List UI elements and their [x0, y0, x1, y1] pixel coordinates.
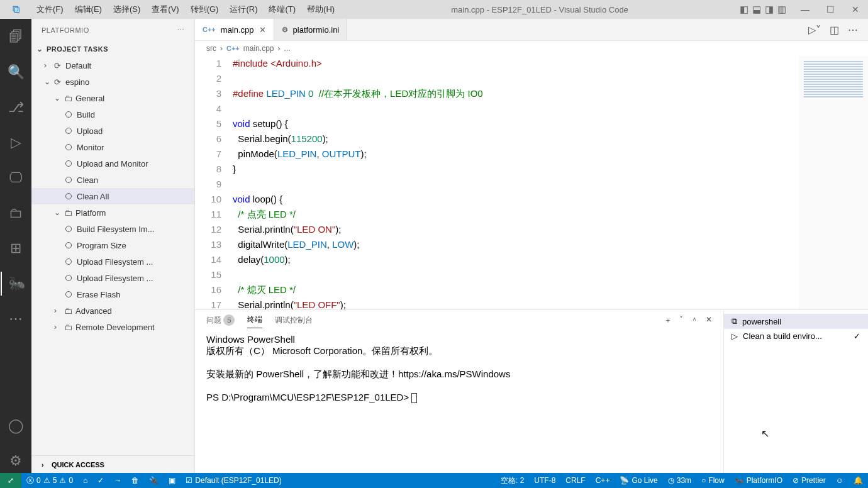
status-bell-icon[interactable]: 🔔	[849, 473, 868, 488]
status-golive[interactable]: 📡 Go Live	[615, 473, 662, 488]
tree-item[interactable]: ⌄🗀Platform	[31, 204, 194, 221]
extensions-icon[interactable]: ⊞	[1, 236, 31, 260]
pio-upload-icon[interactable]: →	[109, 473, 126, 488]
status-eol[interactable]: CRLF	[560, 473, 590, 488]
check-icon: ✓	[854, 331, 860, 341]
layout-customize-icon[interactable]: ▥	[777, 4, 786, 15]
tree-item[interactable]: Upload Filesystem ...	[31, 253, 194, 270]
tab-more-icon[interactable]: ⋯	[848, 24, 858, 36]
menu-terminal[interactable]: 终端(T)	[264, 1, 301, 18]
remote-button[interactable]: ⤢	[0, 473, 21, 488]
cpp-file-icon: C++	[203, 26, 216, 33]
editor-tabs: C++ main.cpp ✕ ⚙ platformio.ini ▷˅ ◫ ⋯	[195, 19, 868, 41]
tree-item[interactable]: Monitor	[31, 139, 194, 155]
tree-item[interactable]: Program Size	[31, 237, 194, 253]
status-platformio[interactable]: 🐜 PlatformIO	[730, 473, 787, 488]
settings-icon[interactable]: ⚙	[1, 449, 31, 473]
status-feedback-icon[interactable]: ☺	[831, 473, 849, 488]
tree-item[interactable]: ›🗀Advanced	[31, 302, 194, 319]
terminal-icon: ⧉	[732, 316, 737, 326]
menu-goto[interactable]: 转到(G)	[186, 1, 224, 18]
close-button[interactable]: ✕	[843, 4, 868, 14]
status-time[interactable]: ◷ 33m	[663, 473, 696, 488]
split-editor-icon[interactable]: ◫	[830, 24, 839, 36]
pio-terminal-icon[interactable]: ▣	[164, 473, 181, 488]
menu-file[interactable]: 文件(F)	[31, 1, 69, 18]
breadcrumb[interactable]: src› C++ main.cpp› ...	[195, 41, 868, 56]
status-problems[interactable]: ⓧ 0 ⚠ 5 ⚠ 0	[21, 473, 78, 488]
terminal-item-powershell[interactable]: ⧉powershell	[724, 314, 868, 329]
source-control-icon[interactable]: ⎇	[1, 96, 31, 119]
minimap[interactable]	[799, 56, 868, 309]
tree-item[interactable]: ›⟳Default	[31, 57, 194, 74]
tab-label: platformio.ini	[293, 25, 340, 35]
explorer-icon[interactable]: 🗐	[1, 25, 31, 49]
terminal-output[interactable]: Windows PowerShell 版权所有（C） Microsoft Cor…	[195, 330, 723, 473]
status-lang[interactable]: C++	[591, 473, 615, 488]
status-spaces[interactable]: 空格: 2	[496, 473, 529, 488]
gear-icon: ⚙	[282, 26, 288, 34]
tab-main-cpp[interactable]: C++ main.cpp ✕	[195, 19, 274, 40]
menu-edit[interactable]: 编辑(E)	[70, 1, 107, 18]
terminal-dropdown-icon[interactable]: ˅	[679, 315, 683, 326]
titlebar: ⧉ 文件(F) 编辑(E) 选择(S) 查看(V) 转到(G) 运行(R) 终端…	[0, 0, 868, 19]
platformio-icon[interactable]: 🐜	[1, 272, 31, 296]
activity-bar: 🗐 🔍 ⎇ ▷ 🖵 🗀 ⊞ 🐜 ⋯ ◯ ⚙	[0, 19, 31, 473]
minimize-button[interactable]: —	[793, 4, 818, 14]
panel-tab-problems[interactable]: 问题 5	[206, 312, 235, 328]
tree-item[interactable]: Clean All	[31, 188, 194, 204]
tree-item[interactable]: Build Filesystem Im...	[31, 221, 194, 237]
tree-item[interactable]: Upload	[31, 123, 194, 139]
search-icon[interactable]: 🔍	[1, 60, 31, 84]
panel-tab-debug-console[interactable]: 调试控制台	[275, 313, 313, 328]
pio-build-icon[interactable]: ✓	[92, 473, 109, 488]
account-icon[interactable]: ◯	[1, 414, 31, 438]
pio-home-icon[interactable]: ⌂	[78, 473, 92, 488]
tree-item[interactable]: Erase Flash	[31, 286, 194, 302]
tree-item[interactable]: Clean	[31, 172, 194, 188]
vscode-logo-icon: ⧉	[0, 4, 31, 15]
run-dropdown-icon[interactable]: ▷˅	[808, 24, 821, 36]
layout-panel-bottom-icon[interactable]: ⬓	[752, 4, 761, 15]
window-controls: — ☐ ✕	[793, 4, 868, 14]
tree-item[interactable]: ›🗀Remote Development	[31, 319, 194, 335]
layout-panel-right-icon[interactable]: ◨	[765, 4, 774, 15]
menu-run[interactable]: 运行(R)	[225, 1, 262, 18]
pio-env[interactable]: ☑ Default (ESP12F_01LED)	[181, 473, 286, 488]
folder-icon[interactable]: 🗀	[1, 201, 31, 225]
code-editor[interactable]: 1234567891011121314151617 #include <Ardu…	[195, 56, 799, 309]
section-quick-access[interactable]: ›QUICK ACCESS	[31, 455, 194, 473]
remote-icon[interactable]: 🖵	[1, 166, 31, 190]
tab-platformio-ini[interactable]: ⚙ platformio.ini	[274, 19, 348, 40]
tree-item[interactable]: Upload Filesystem ...	[31, 270, 194, 286]
pio-clean-icon[interactable]: 🗑	[126, 473, 144, 488]
layout-controls: ◧ ⬓ ◨ ▥	[740, 4, 786, 15]
panel-close-icon[interactable]: ✕	[706, 315, 712, 326]
window-title: main.cpp - ESP12F_01LED - Visual Studio …	[340, 5, 740, 14]
tree-item[interactable]: ⌄🗀General	[31, 90, 194, 106]
menu-view[interactable]: 查看(V)	[147, 1, 184, 18]
close-icon[interactable]: ✕	[259, 25, 266, 35]
status-encoding[interactable]: UTF-8	[529, 473, 560, 488]
pio-monitor-icon[interactable]: 🔌	[144, 473, 164, 488]
maximize-button[interactable]: ☐	[818, 4, 843, 14]
layout-panel-left-icon[interactable]: ◧	[740, 4, 748, 15]
new-terminal-icon[interactable]: ＋	[664, 315, 672, 326]
menu-help[interactable]: 帮助(H)	[302, 1, 340, 18]
status-prettier[interactable]: ⊘ Prettier	[787, 473, 831, 488]
section-project-tasks[interactable]: ⌄PROJECT TASKS	[31, 41, 194, 57]
status-flow[interactable]: ○ Flow	[696, 473, 730, 488]
run-debug-icon[interactable]: ▷	[1, 131, 31, 155]
panel-tab-terminal[interactable]: 终端	[247, 312, 262, 328]
menu-select[interactable]: 选择(S)	[108, 1, 145, 18]
panel-maximize-icon[interactable]: ＾	[691, 315, 698, 326]
terminal-item-task[interactable]: ▷Clean a build enviro...✓	[724, 329, 868, 343]
menubar: 文件(F) 编辑(E) 选择(S) 查看(V) 转到(G) 运行(R) 终端(T…	[31, 1, 340, 18]
tab-label: main.cpp	[221, 25, 254, 35]
sidebar-more-icon[interactable]: ⋯	[177, 26, 185, 34]
tree-item[interactable]: Upload and Monitor	[31, 155, 194, 172]
more-icon[interactable]: ⋯	[1, 307, 31, 331]
tree-item[interactable]: ⌄⟳espino	[31, 74, 194, 90]
tree-item[interactable]: Build	[31, 106, 194, 123]
sidebar: PLATFORMIO ⋯ ⌄PROJECT TASKS ›⟳Default⌄⟳e…	[31, 19, 195, 473]
